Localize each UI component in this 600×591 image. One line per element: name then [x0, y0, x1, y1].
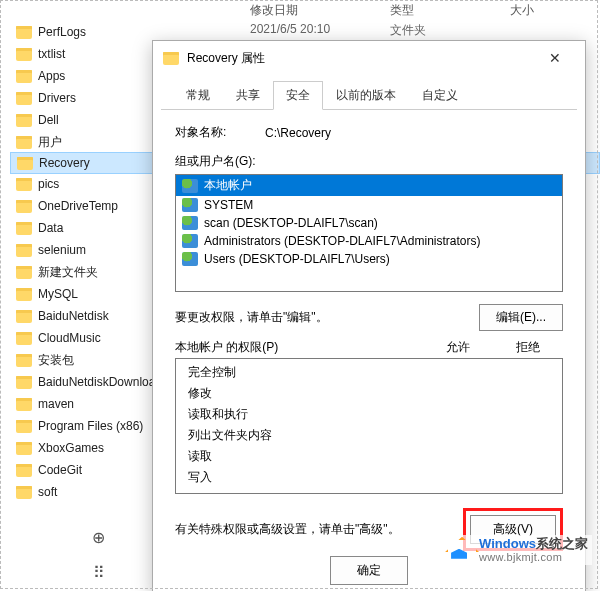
folder-label: CloudMusic	[38, 331, 101, 345]
group-item-label: 本地帐户	[204, 177, 252, 194]
handles-icon[interactable]: ⠿	[92, 563, 105, 582]
group-item-label: scan (DESKTOP-DLAIFL7\scan)	[204, 216, 378, 230]
folder-icon	[16, 244, 32, 257]
folder-icon	[16, 332, 32, 345]
folder-label: 新建文件夹	[38, 264, 98, 281]
folder-icon	[16, 310, 32, 323]
permissions-header-allow: 允许	[423, 339, 493, 356]
watermark: Windows系统之家 www.bjkmjt.com	[439, 535, 592, 565]
properties-dialog: Recovery 属性 ✕ 常规共享安全以前的版本自定义 对象名称: C:\Re…	[152, 40, 586, 591]
folder-icon	[16, 266, 32, 279]
folder-label: CodeGit	[38, 463, 82, 477]
users-icon	[182, 179, 198, 193]
tab-以前的版本[interactable]: 以前的版本	[323, 81, 409, 110]
folder-label: 安装包	[38, 352, 74, 369]
dialog-title: Recovery 属性	[187, 50, 265, 67]
permission-item[interactable]: 读取和执行	[176, 404, 562, 425]
advanced-hint-text: 有关特殊权限或高级设置，请单击"高级"。	[175, 521, 457, 538]
folder-icon	[16, 288, 32, 301]
users-icon	[182, 216, 198, 230]
permissions-listbox[interactable]: 完全控制修改读取和执行列出文件夹内容读取写入	[175, 358, 563, 494]
folder-icon	[16, 376, 32, 389]
folder-label: soft	[38, 485, 57, 499]
permission-item[interactable]: 写入	[176, 467, 562, 488]
file-row-meta: 2021/6/5 20:10 文件夹	[250, 22, 426, 39]
permission-item[interactable]: 列出文件夹内容	[176, 425, 562, 446]
folder-label: maven	[38, 397, 74, 411]
target-icon[interactable]: ⊕	[92, 528, 105, 547]
folder-label: Program Files (x86)	[38, 419, 143, 433]
folder-icon	[16, 48, 32, 61]
folder-label: txtlist	[38, 47, 65, 61]
tab-常规[interactable]: 常规	[173, 81, 223, 110]
col-type-header[interactable]: 类型	[390, 2, 510, 19]
permission-item[interactable]: 完全控制	[176, 362, 562, 383]
tab-共享[interactable]: 共享	[223, 81, 273, 110]
group-item[interactable]: SYSTEM	[176, 196, 562, 214]
permission-item[interactable]: 修改	[176, 383, 562, 404]
folder-icon	[16, 178, 32, 191]
dialog-tabs: 常规共享安全以前的版本自定义	[161, 81, 577, 110]
users-icon	[182, 234, 198, 248]
folder-icon	[16, 442, 32, 455]
folder-label: PerfLogs	[38, 25, 86, 39]
groups-label: 组或用户名(G):	[175, 153, 563, 170]
group-item[interactable]: 本地帐户	[176, 175, 562, 196]
group-item[interactable]: Users (DESKTOP-DLAIFL7\Users)	[176, 250, 562, 268]
ok-button[interactable]: 确定	[330, 556, 408, 585]
group-item-label: Administrators (DESKTOP-DLAIFL7\Administ…	[204, 234, 481, 248]
folder-icon	[16, 114, 32, 127]
folder-icon	[16, 464, 32, 477]
folder-icon	[163, 52, 179, 65]
folder-label: Drivers	[38, 91, 76, 105]
folder-icon	[16, 26, 32, 39]
folder-label: pics	[38, 177, 59, 191]
col-date-header[interactable]: 修改日期	[250, 2, 390, 19]
folder-icon	[16, 222, 32, 235]
tab-安全[interactable]: 安全	[273, 81, 323, 110]
folder-label: Data	[38, 221, 63, 235]
folder-icon	[16, 486, 32, 499]
folder-label: BaiduNetdiskDownload	[38, 375, 162, 389]
permission-item[interactable]: 读取	[176, 446, 562, 467]
folder-label: 用户	[38, 134, 62, 151]
groups-listbox[interactable]: 本地帐户SYSTEMscan (DESKTOP-DLAIFL7\scan)Adm…	[175, 174, 563, 292]
folder-icon	[16, 70, 32, 83]
explorer-side-tools: ⊕ ⠿	[92, 528, 105, 582]
watermark-brand-suffix: 系统之家	[536, 536, 588, 551]
col-size-header[interactable]: 大小	[510, 2, 570, 19]
folder-label: OneDriveTemp	[38, 199, 118, 213]
object-name-label: 对象名称:	[175, 124, 265, 141]
permissions-header-name: 本地帐户 的权限(P)	[175, 339, 423, 356]
security-panel: 对象名称: C:\Recovery 组或用户名(G): 本地帐户SYSTEMsc…	[153, 110, 585, 559]
group-item-label: SYSTEM	[204, 198, 253, 212]
tab-自定义[interactable]: 自定义	[409, 81, 471, 110]
folder-label: BaiduNetdisk	[38, 309, 109, 323]
folder-label: selenium	[38, 243, 86, 257]
folder-icon	[16, 354, 32, 367]
dialog-titlebar[interactable]: Recovery 属性 ✕	[153, 41, 585, 75]
folder-label: MySQL	[38, 287, 78, 301]
folder-label: XboxGames	[38, 441, 104, 455]
group-item[interactable]: scan (DESKTOP-DLAIFL7\scan)	[176, 214, 562, 232]
group-item-label: Users (DESKTOP-DLAIFL7\Users)	[204, 252, 390, 266]
watermark-brand-prefix: Windows	[479, 536, 536, 551]
close-button[interactable]: ✕	[535, 46, 575, 70]
edit-button[interactable]: 编辑(E)...	[479, 304, 563, 331]
explorer-column-header: 修改日期 类型 大小	[0, 0, 600, 21]
folder-icon	[17, 157, 33, 170]
folder-icon	[16, 136, 32, 149]
folder-label: Dell	[38, 113, 59, 127]
users-icon	[182, 198, 198, 212]
watermark-logo-icon	[443, 537, 473, 563]
folder-label: Apps	[38, 69, 65, 83]
permissions-header-deny: 拒绝	[493, 339, 563, 356]
folder-icon	[16, 200, 32, 213]
users-icon	[182, 252, 198, 266]
folder-label: Recovery	[39, 156, 90, 170]
folder-icon	[16, 92, 32, 105]
folder-icon	[16, 420, 32, 433]
watermark-url: www.bjkmjt.com	[479, 551, 588, 563]
folder-icon	[16, 398, 32, 411]
group-item[interactable]: Administrators (DESKTOP-DLAIFL7\Administ…	[176, 232, 562, 250]
